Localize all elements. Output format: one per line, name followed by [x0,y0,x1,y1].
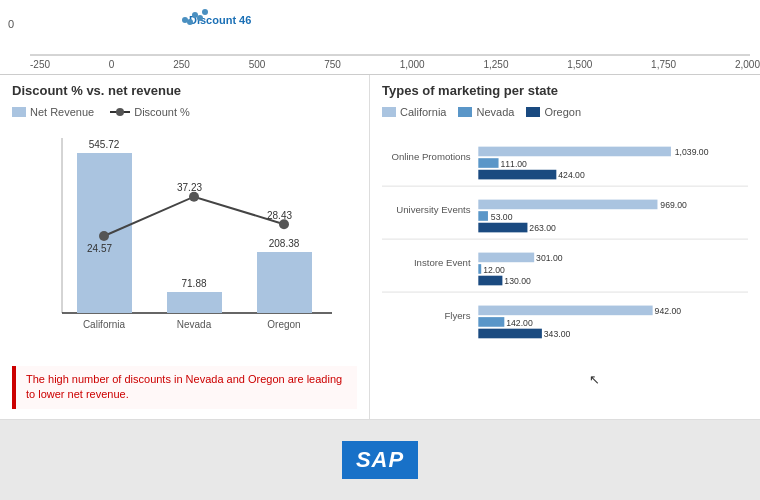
svg-text:1,039.00: 1,039.00 [675,147,709,157]
svg-point-1 [192,12,198,18]
legend-discount-line [110,111,130,113]
bar-chart-svg: 545.72 71.88 208.38 24.57 37.23 28.43 Ca… [12,128,352,358]
rl-california: California [382,106,446,118]
instore-nv-bar [478,264,481,274]
svg-text:942.00: 942.00 [655,306,682,316]
svg-text:24.57: 24.57 [87,243,112,254]
rl-oregon-box [526,107,540,117]
x-axis-top: -250 0 250 500 750 1,000 1,250 1,500 1,7… [30,59,760,70]
right-panel: Types of marketing per state California … [370,75,760,419]
flyers-ca-bar [478,306,652,316]
svg-text:California: California [83,319,126,330]
online-or-bar [478,170,556,180]
left-legend: Net Revenue Discount % [12,106,357,118]
svg-text:12.00: 12.00 [483,265,505,275]
instore-ca-bar [478,253,534,263]
dot-california [99,231,109,241]
svg-text:Oregon: Oregon [267,319,300,330]
legend-net-revenue: Net Revenue [12,106,94,118]
bar-oregon [257,252,312,313]
svg-text:University Events: University Events [396,204,471,215]
svg-point-4 [187,19,193,25]
svg-text:343.00: 343.00 [544,329,571,339]
univ-or-bar [478,223,527,233]
left-panel: Discount % vs. net revenue Net Revenue D… [0,75,370,419]
univ-ca-bar [478,200,657,210]
svg-text:53.00: 53.00 [491,212,513,222]
flyers-nv-bar [478,317,504,327]
svg-text:263.00: 263.00 [529,223,556,233]
svg-text:142.00: 142.00 [506,318,533,328]
rl-oregon: Oregon [526,106,581,118]
svg-text:Instore Event: Instore Event [414,257,471,268]
bar-nevada [167,292,222,313]
svg-point-3 [202,9,208,15]
flyers-or-bar [478,329,542,339]
rl-california-box [382,107,396,117]
main-content: Discount % vs. net revenue Net Revenue D… [0,75,760,420]
svg-text:130.00: 130.00 [504,276,531,286]
legend-net-revenue-box [12,107,26,117]
svg-text:301.00: 301.00 [536,253,563,263]
right-panel-title: Types of marketing per state [382,83,748,98]
rl-california-label: California [400,106,446,118]
insight-box: The high number of discounts in Nevada a… [12,366,357,409]
instore-or-bar [478,276,502,286]
rl-nevada-box [458,107,472,117]
svg-text:545.72: 545.72 [89,139,120,150]
svg-text:37.23: 37.23 [177,182,202,193]
insight-text: The high number of discounts in Nevada a… [26,373,342,400]
left-panel-title: Discount % vs. net revenue [12,83,357,98]
h-bar-chart-svg: Online Promotions 1,039.00 111.00 424.00… [382,128,748,408]
legend-discount: Discount % [110,106,190,118]
online-nv-bar [478,158,498,168]
footer: SAP [0,420,760,500]
svg-text:↖: ↖ [589,372,600,387]
svg-text:Flyers: Flyers [444,310,470,321]
svg-text:969.00: 969.00 [660,200,687,210]
y-axis-zero: 0 [8,18,14,30]
svg-text:Online Promotions: Online Promotions [391,151,470,162]
svg-text:111.00: 111.00 [500,159,527,169]
scatter-plot [30,0,750,65]
h-bar-chart-container: Online Promotions 1,039.00 111.00 424.00… [382,128,748,411]
legend-net-revenue-label: Net Revenue [30,106,94,118]
svg-text:208.38: 208.38 [269,238,300,249]
univ-nv-bar [478,211,488,221]
rl-oregon-label: Oregon [544,106,581,118]
svg-text:28.43: 28.43 [267,210,292,221]
rl-nevada: Nevada [458,106,514,118]
bar-chart-container: 545.72 71.88 208.38 24.57 37.23 28.43 Ca… [12,128,352,358]
svg-text:71.88: 71.88 [181,278,206,289]
right-legend: California Nevada Oregon [382,106,748,118]
dot-nevada [189,192,199,202]
svg-point-2 [197,15,203,21]
sap-logo: SAP [342,441,418,479]
rl-nevada-label: Nevada [476,106,514,118]
svg-text:Nevada: Nevada [177,319,212,330]
legend-discount-label: Discount % [134,106,190,118]
svg-text:424.00: 424.00 [558,170,585,180]
online-ca-bar [478,147,671,157]
top-scatter-area: 0 Discount 46 -250 0 250 500 750 1,000 1… [0,0,760,75]
